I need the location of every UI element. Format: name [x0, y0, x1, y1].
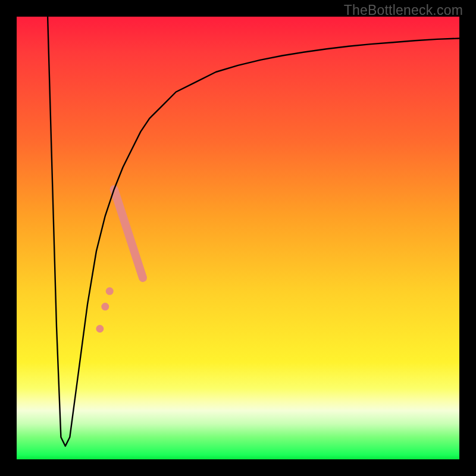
highlight-markers: [96, 189, 143, 333]
plot-area: [17, 17, 459, 459]
chart-svg: [17, 17, 459, 459]
highlight-dot: [101, 303, 109, 311]
highlight-dot: [106, 287, 114, 295]
chart-frame: TheBottleneck.com: [0, 0, 476, 476]
highlight-dot: [96, 325, 104, 333]
bottleneck-curve: [48, 17, 459, 446]
watermark-text: TheBottleneck.com: [344, 2, 463, 18]
highlight-bar: [114, 189, 143, 278]
